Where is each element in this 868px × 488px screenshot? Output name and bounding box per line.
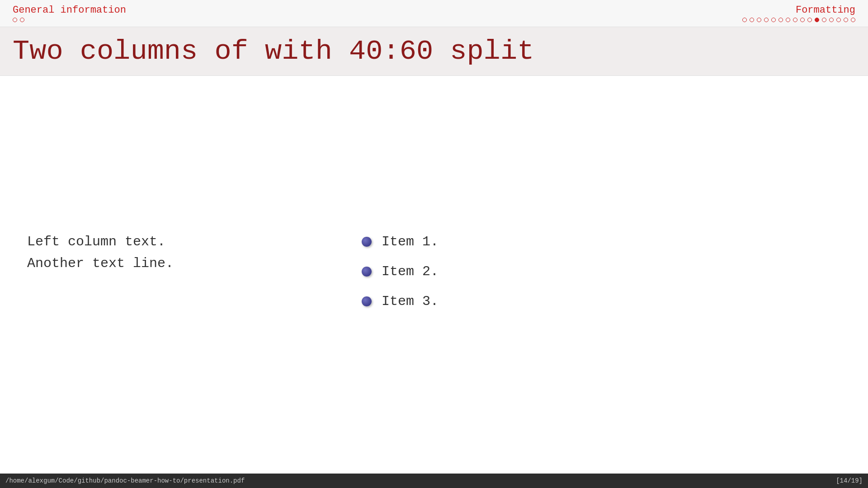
formatting-dot (836, 18, 841, 22)
left-column-line: Another text line. (27, 253, 344, 274)
formatting-dot (742, 18, 747, 22)
formatting-dot (807, 18, 812, 22)
formatting-dot (815, 18, 819, 22)
right-column: Item 1.Item 2.Item 3. (353, 231, 841, 320)
formatting-dot (750, 18, 754, 22)
left-column: Left column text.Another text line. (27, 231, 353, 274)
list-item-text: Item 3. (382, 291, 439, 312)
top-left: General information (13, 5, 126, 22)
list-item-text: Item 1. (382, 231, 439, 253)
formatting-dot (778, 18, 783, 22)
bullet-icon (362, 237, 372, 247)
formatting-dot (771, 18, 776, 22)
formatting-dot (764, 18, 769, 22)
slide-title: Two columns of with 40:60 split (13, 35, 855, 67)
formatting-dot (829, 18, 834, 22)
status-bar: /home/alexgum/Code/github/pandoc-beamer-… (0, 474, 868, 488)
section-dot (20, 18, 24, 22)
formatting-dot (786, 18, 790, 22)
top-right: Formatting (742, 5, 855, 22)
list-item-text: Item 2. (382, 261, 439, 282)
top-bar: General information Formatting (0, 0, 868, 27)
status-path: /home/alexgum/Code/github/pandoc-beamer-… (5, 477, 245, 484)
section-title: General information (13, 5, 126, 16)
formatting-title: Formatting (796, 5, 855, 16)
formatting-dot (793, 18, 797, 22)
formatting-dot (844, 18, 848, 22)
slide-title-bar: Two columns of with 40:60 split (0, 27, 868, 76)
formatting-dot (822, 18, 826, 22)
formatting-dots (742, 18, 855, 22)
bullet-list: Item 1.Item 2.Item 3. (362, 231, 841, 312)
formatting-dot (800, 18, 805, 22)
formatting-dot (757, 18, 761, 22)
left-column-line: Left column text. (27, 231, 344, 253)
columns-container: Left column text.Another text line. Item… (27, 231, 841, 320)
list-item: Item 3. (362, 291, 841, 312)
bullet-icon (362, 267, 372, 277)
status-page: [14/19] (836, 477, 863, 484)
list-item: Item 2. (362, 261, 841, 282)
formatting-dot (851, 18, 855, 22)
list-item: Item 1. (362, 231, 841, 253)
section-dot (13, 18, 17, 22)
bullet-icon (362, 296, 372, 306)
section-dots (13, 18, 126, 22)
main-content: Left column text.Another text line. Item… (0, 81, 868, 470)
